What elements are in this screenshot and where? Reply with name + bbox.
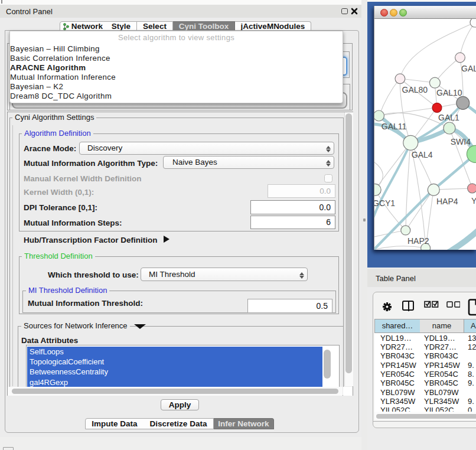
svg-text:GAL2: GAL2	[461, 64, 476, 73]
svg-text:GAL1: GAL1	[438, 113, 459, 122]
svg-text:GAL4: GAL4	[412, 150, 433, 159]
svg-text:SWI4: SWI4	[451, 137, 471, 146]
svg-text:GCY1: GCY1	[374, 198, 395, 208]
svg-text:GAL10: GAL10	[436, 88, 462, 97]
svg-text:GAL11: GAL11	[382, 122, 407, 131]
svg-text:HAP2: HAP2	[407, 236, 429, 246]
svg-text:GAL80: GAL80	[402, 85, 428, 94]
svg-text:Y: Y	[471, 196, 476, 206]
svg-text:HAP4: HAP4	[436, 197, 458, 206]
